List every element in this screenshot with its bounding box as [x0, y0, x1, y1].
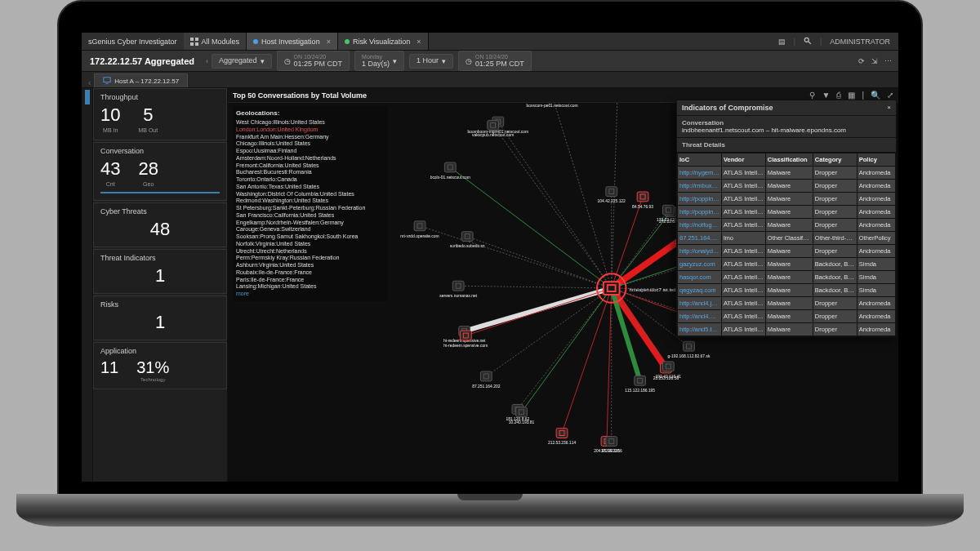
tab-risk-visualization[interactable]: Risk Visualization × [338, 33, 429, 50]
graph-node[interactable]: vakscpub.netscout.com [472, 120, 514, 137]
ioc-row[interactable]: 87.251.164.202lmoOther Classif…Other-thi… [678, 232, 896, 245]
refresh-icon[interactable]: ⟳ [858, 57, 865, 65]
filter-icon[interactable]: ▼ [822, 91, 830, 100]
filter-duration[interactable]: Monday 1 Day(s) ▾ [354, 51, 404, 71]
graph-node[interactable]: 115.122.186.195 [625, 375, 655, 393]
export-icon[interactable]: ⇲ [871, 57, 878, 65]
ioc-cell: http://popping… [678, 193, 722, 206]
ioc-cell: Malware [765, 167, 813, 180]
ioc-cell: http://onalyd… [678, 245, 722, 258]
ioc-row[interactable]: http://onalyd…ATLAS Intelli…MalwareDropp… [678, 245, 896, 258]
card-risks[interactable]: Risks 1 [93, 295, 227, 340]
ioc-row[interactable]: http://notfog.c…ATLAS Intelli…MalwareDro… [678, 219, 896, 232]
settings-icon[interactable]: ⋯ [884, 57, 892, 65]
ioc-cell: Malware [765, 284, 813, 297]
graph-edge [466, 288, 611, 335]
chevron-left-icon[interactable]: ‹ [85, 78, 94, 87]
ioc-column-header[interactable]: Vendor [721, 153, 765, 167]
current-user[interactable]: ADMINISTRATOR [830, 38, 890, 46]
grid-icon[interactable]: ▦ [848, 91, 855, 100]
card-conversation[interactable]: Conversation 43Cnt 28Geo [93, 142, 227, 201]
ioc-cell: Malware [765, 219, 813, 232]
ioc-cell: ATLAS Intelli… [721, 258, 765, 271]
card-application[interactable]: Application 11 31%Technology [93, 342, 227, 389]
ioc-cell: OtherPolicy [857, 232, 895, 245]
ioc-row[interactable]: http://and5.th…ATLAS Intelli…MalwareDrop… [678, 323, 896, 336]
svg-rect-84 [448, 165, 452, 170]
ioc-row[interactable]: http://nygemgj…ATLAS Intelli…MalwareDrop… [678, 167, 896, 180]
graph-node[interactable]: servers.numanax.net [439, 281, 478, 298]
svg-rect-3 [195, 42, 198, 46]
filter-aggregation[interactable]: Aggregated▾ [212, 54, 272, 69]
host-tab-label: Host A – 172.22.12.57 [114, 78, 179, 85]
graph-node[interactable]: 87.251.164.202 [472, 371, 500, 389]
ioc-row[interactable]: qegyzaq.comATLAS Intelli…MalwareBackdoor… [678, 284, 896, 297]
card-title: Throughput [100, 93, 220, 101]
svg-line-5 [808, 41, 811, 43]
modules-icon [190, 38, 198, 46]
graph-node[interactable]: mt-vzdd.operaite.com [400, 221, 439, 238]
graph-edge [493, 125, 612, 288]
ioc-cell: http://and4.ju… [678, 297, 722, 310]
ioc-row[interactable]: http://and4.pi…ATLAS Intelli…MalwareDrop… [678, 310, 896, 323]
graph-node[interactable]: bcolx-01.netscout.com [430, 162, 470, 180]
ioc-cell: Dropper [813, 193, 857, 206]
close-icon[interactable]: × [416, 38, 421, 46]
svg-rect-6 [104, 78, 110, 82]
search-icon[interactable] [804, 37, 812, 47]
ioc-cell: ATLAS Intelli… [721, 271, 765, 284]
close-icon[interactable]: × [327, 38, 331, 46]
expand-icon[interactable]: ⤢ [887, 91, 893, 100]
ioc-row[interactable]: gazyzuz.comATLAS Intelli…MalwareBackdoor… [678, 258, 896, 271]
graph-edge [486, 288, 611, 376]
ioc-cell: Malware [765, 206, 813, 219]
ioc-cell: ATLAS Intelli… [721, 323, 765, 336]
graph-node[interactable]: suribedo.subedu.cz [450, 232, 485, 249]
zoom-icon[interactable]: 🔍 [871, 91, 880, 100]
svg-text:bcolx-01.netscout.com: bcolx-01.netscout.com [430, 176, 470, 180]
ioc-row[interactable]: http://rmbuxo…ATLAS Intelli…MalwareDropp… [678, 180, 896, 193]
ioc-row[interactable]: hasqor.comATLAS Intelli…MalwareBackdoor,… [678, 271, 896, 284]
print-icon[interactable]: ⎙ [836, 91, 841, 100]
pin-icon[interactable]: ⚲ [809, 91, 815, 100]
chevron-left-icon[interactable]: ‹ [203, 57, 212, 65]
close-icon[interactable]: × [887, 104, 891, 112]
ioc-cell: http://notfog.c… [678, 219, 722, 232]
app-name: sGenius Cyber Investigator [82, 38, 184, 46]
calendar-icon: ◷ [284, 57, 291, 65]
filter-start-time[interactable]: ◷ ON 10/24/20 01:25 PM CDT [277, 51, 350, 71]
clipboard-icon[interactable]: ▤ [778, 38, 786, 46]
ioc-cell: Malware [765, 323, 813, 336]
svg-rect-45 [666, 364, 670, 369]
host-tab[interactable]: Host A – 172.22.12.57 [94, 73, 188, 87]
filter-resolution[interactable]: 1 Hour▾ [409, 54, 453, 69]
graph-node[interactable]: 84.54.76.93 [632, 192, 653, 209]
ioc-row[interactable]: http://popping…ATLAS Intelli…MalwareDrop… [678, 193, 896, 206]
card-cyber-threats[interactable]: Cyber Threats 48 [93, 202, 227, 247]
graph-edge [420, 226, 612, 288]
graph-node[interactable]: 104.42.225.122 [598, 187, 626, 204]
ioc-column-header[interactable]: Category [813, 153, 857, 167]
graph-node[interactable]: g-192.168.112.82.67.sk [668, 341, 710, 358]
card-threat-indicators[interactable]: Threat Indicators 1 [93, 249, 227, 294]
ioc-row[interactable]: http://popping…ATLAS Intelli…MalwareDrop… [678, 206, 896, 219]
ioc-column-header[interactable]: Classification [765, 153, 813, 167]
svg-rect-100 [608, 285, 616, 291]
tab-host-investigation[interactable]: Host Investigation × [247, 33, 338, 50]
graph-node[interactable]: 212.53.236.114 [548, 429, 576, 446]
tab-all-modules[interactable]: All Modules [184, 33, 247, 50]
graph-node[interactable]: boxscom-pe01.netscout.com [527, 103, 578, 108]
ioc-row[interactable]: http://and4.ju…ATLAS Intelli…MalwareDrop… [678, 297, 896, 310]
filter-end-time[interactable]: ◷ ON 10/24/20 01:25 PM CDT [458, 51, 532, 71]
ioc-cell: Backdoor, B… [813, 271, 857, 284]
ioc-cell: ATLAS Intelli… [721, 167, 765, 180]
ioc-column-header[interactable]: Policy [857, 153, 895, 167]
card-throughput[interactable]: Throughput 10MB In 5MB Out [93, 88, 227, 140]
ioc-column-header[interactable]: IoC [678, 153, 722, 167]
ioc-cell: gazyzuz.com [678, 258, 722, 271]
svg-text:87.251.164.202: 87.251.164.202 [472, 384, 500, 389]
ioc-cell: http://and4.pi… [678, 310, 722, 323]
ioc-cell: Andromeda [857, 193, 895, 206]
svg-text:boxscom-pe01.netscout.com: boxscom-pe01.netscout.com [527, 104, 578, 108]
svg-rect-12 [640, 194, 645, 199]
